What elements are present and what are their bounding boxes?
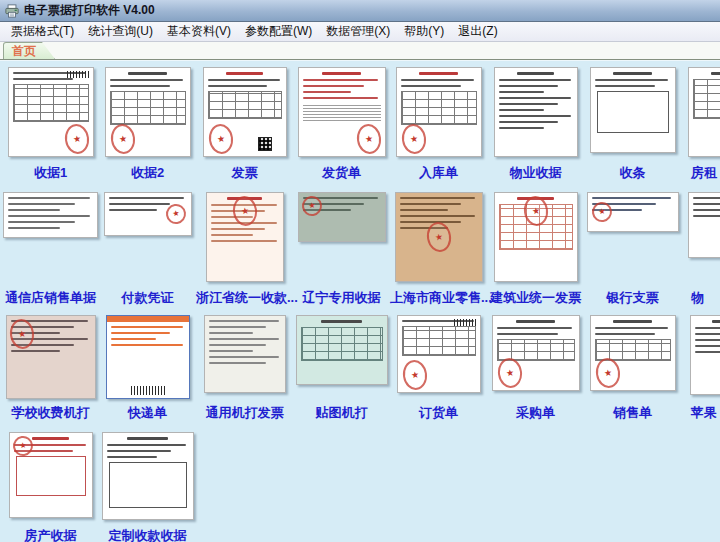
document-thumbnail: ★ — [587, 192, 679, 232]
barcode-icon — [454, 319, 476, 326]
tab-bar: 首页 — [0, 42, 720, 60]
document-label: 快递单 — [99, 404, 196, 422]
tab-home[interactable]: 首页 — [3, 42, 55, 59]
document-label: 上海市商业零售... — [390, 289, 487, 307]
document-card[interactable]: 房租 — [681, 67, 720, 182]
document-card[interactable]: 物 — [681, 192, 720, 307]
document-label: 通信店销售单据 — [2, 289, 99, 307]
red-stamp-icon: ★ — [594, 356, 622, 389]
document-label: 收据1 — [2, 164, 99, 182]
red-stamp-icon: ★ — [164, 203, 187, 226]
document-label: 建筑业统一发票 — [487, 289, 584, 307]
document-thumbnail-area: ★ — [2, 315, 99, 401]
document-thumbnail: ★ — [104, 192, 192, 236]
document-label: 定制收款收据 — [99, 527, 196, 542]
red-stamp-icon: ★ — [11, 435, 34, 458]
document-thumbnail: ★ — [203, 67, 287, 157]
document-thumbnail: ★ — [492, 315, 580, 391]
document-thumbnail — [590, 67, 676, 153]
document-thumbnail-area: ★ — [293, 67, 390, 161]
menu-item[interactable]: 基本资料(V) — [160, 21, 238, 42]
document-card[interactable]: ★收据1 — [2, 67, 99, 182]
document-label: 辽宁专用收据 — [293, 289, 390, 307]
red-stamp-icon: ★ — [109, 122, 137, 155]
document-thumbnail — [494, 67, 578, 157]
document-thumbnail: ★ — [8, 67, 94, 157]
document-card[interactable]: ★浙江省统一收款... — [196, 192, 293, 307]
red-stamp-icon: ★ — [207, 122, 235, 155]
document-thumbnail-area: ★ — [2, 67, 99, 161]
document-thumbnail-area: ★ — [390, 67, 487, 161]
document-thumbnail: ★ — [397, 315, 481, 393]
menu-item[interactable]: 数据管理(X) — [319, 21, 397, 42]
document-label: 收条 — [584, 164, 681, 182]
document-card[interactable]: ★辽宁专用收据 — [293, 192, 390, 307]
document-card[interactable]: 通信店销售单据 — [2, 192, 99, 307]
document-card[interactable]: 贴图机打 — [293, 315, 390, 422]
document-card[interactable]: ★付款凭证 — [99, 192, 196, 307]
barcode-icon — [131, 386, 165, 395]
document-label: 入库单 — [390, 164, 487, 182]
document-thumbnail-area — [2, 192, 99, 286]
document-thumbnail-area: ★ — [196, 192, 293, 286]
document-card[interactable]: ★订货单 — [390, 315, 487, 422]
document-label: 学校收费机打 — [2, 404, 99, 422]
qr-code-icon — [258, 137, 272, 151]
document-thumbnail — [690, 315, 720, 395]
document-thumbnail-area: ★ — [487, 192, 584, 286]
red-stamp-icon: ★ — [496, 356, 524, 389]
document-thumbnail-area: ★ — [196, 67, 293, 161]
document-card[interactable]: ★销售单 — [584, 315, 681, 422]
document-thumbnail-area: ★ — [584, 315, 681, 401]
document-card[interactable]: 苹果 — [681, 315, 720, 422]
document-card[interactable]: ★建筑业统一发票 — [487, 192, 584, 307]
menu-item[interactable]: 统计查询(U) — [81, 21, 160, 42]
document-card[interactable]: 通用机打发票 — [196, 315, 293, 422]
document-card[interactable]: ★采购单 — [487, 315, 584, 422]
document-thumbnail — [688, 67, 720, 157]
document-thumbnail-area — [487, 67, 584, 161]
document-label: 通用机打发票 — [196, 404, 293, 422]
menu-item[interactable]: 参数配置(W) — [238, 21, 319, 42]
document-thumbnail-area: ★ — [2, 432, 99, 524]
document-card[interactable]: ★入库单 — [390, 67, 487, 182]
document-card[interactable]: ★上海市商业零售... — [390, 192, 487, 307]
document-label: 发票 — [196, 164, 293, 182]
document-thumbnail: ★ — [105, 67, 191, 157]
printer-icon — [5, 4, 19, 18]
red-stamp-icon: ★ — [401, 358, 429, 391]
document-card[interactable]: ★发货单 — [293, 67, 390, 182]
document-card[interactable]: 快递单 — [99, 315, 196, 422]
barcode-icon — [67, 71, 89, 78]
document-card[interactable]: ★银行支票 — [584, 192, 681, 307]
document-thumbnail: ★ — [206, 192, 284, 282]
document-card[interactable]: 物业收据 — [487, 67, 584, 182]
menu-item[interactable]: 票据格式(T) — [4, 21, 81, 42]
document-thumbnail — [204, 315, 286, 393]
document-thumbnail-area — [681, 315, 720, 401]
document-label: 房租 — [681, 164, 720, 182]
document-card[interactable]: ★学校收费机打 — [2, 315, 99, 422]
document-thumbnail — [102, 432, 194, 520]
document-card[interactable]: 收条 — [584, 67, 681, 182]
menu-item[interactable]: 退出(Z) — [451, 21, 504, 42]
document-row: ★房产收据定制收款收据 — [0, 432, 720, 542]
document-row: ★收据1★收据2★发票★发货单★入库单物业收据收条房租 — [0, 67, 720, 182]
document-label: 销售单 — [584, 404, 681, 422]
menu-item[interactable]: 帮助(Y) — [397, 21, 451, 42]
document-label: 银行支票 — [584, 289, 681, 307]
window-title: 电子票据打印软件 V4.00 — [24, 2, 155, 19]
document-card[interactable]: 定制收款收据 — [99, 432, 196, 542]
document-label: 发货单 — [293, 164, 390, 182]
tab-home-label: 首页 — [12, 44, 36, 58]
document-thumbnail — [296, 315, 388, 385]
document-label: 苹果 — [681, 404, 720, 422]
document-card[interactable]: ★收据2 — [99, 67, 196, 182]
document-card[interactable]: ★房产收据 — [2, 432, 99, 542]
document-thumbnail-area — [293, 315, 390, 401]
document-thumbnail: ★ — [9, 432, 93, 518]
red-stamp-icon: ★ — [355, 122, 383, 155]
document-thumbnail-area: ★ — [293, 192, 390, 286]
document-thumbnail: ★ — [298, 67, 386, 157]
document-card[interactable]: ★发票 — [196, 67, 293, 182]
